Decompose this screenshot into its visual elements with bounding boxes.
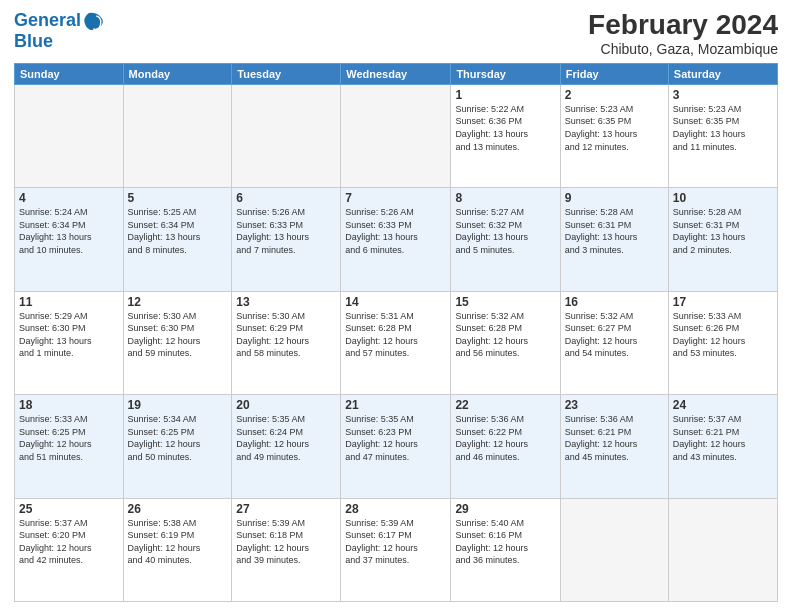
table-row: 18Sunrise: 5:33 AM Sunset: 6:25 PM Dayli… xyxy=(15,395,124,498)
day-number: 6 xyxy=(236,191,336,205)
main-title: February 2024 xyxy=(588,10,778,41)
table-row: 6Sunrise: 5:26 AM Sunset: 6:33 PM Daylig… xyxy=(232,188,341,291)
day-number: 22 xyxy=(455,398,555,412)
day-info: Sunrise: 5:37 AM Sunset: 6:21 PM Dayligh… xyxy=(673,413,773,463)
day-number: 8 xyxy=(455,191,555,205)
table-row: 9Sunrise: 5:28 AM Sunset: 6:31 PM Daylig… xyxy=(560,188,668,291)
table-row: 22Sunrise: 5:36 AM Sunset: 6:22 PM Dayli… xyxy=(451,395,560,498)
table-row: 16Sunrise: 5:32 AM Sunset: 6:27 PM Dayli… xyxy=(560,291,668,394)
day-info: Sunrise: 5:27 AM Sunset: 6:32 PM Dayligh… xyxy=(455,206,555,256)
day-info: Sunrise: 5:39 AM Sunset: 6:18 PM Dayligh… xyxy=(236,517,336,567)
day-info: Sunrise: 5:35 AM Sunset: 6:23 PM Dayligh… xyxy=(345,413,446,463)
table-row: 25Sunrise: 5:37 AM Sunset: 6:20 PM Dayli… xyxy=(15,498,124,601)
day-info: Sunrise: 5:37 AM Sunset: 6:20 PM Dayligh… xyxy=(19,517,119,567)
day-number: 19 xyxy=(128,398,228,412)
calendar-row: 4Sunrise: 5:24 AM Sunset: 6:34 PM Daylig… xyxy=(15,188,778,291)
col-saturday: Saturday xyxy=(668,63,777,84)
calendar-row: 18Sunrise: 5:33 AM Sunset: 6:25 PM Dayli… xyxy=(15,395,778,498)
day-number: 7 xyxy=(345,191,446,205)
table-row xyxy=(123,84,232,187)
day-number: 5 xyxy=(128,191,228,205)
table-row: 5Sunrise: 5:25 AM Sunset: 6:34 PM Daylig… xyxy=(123,188,232,291)
day-info: Sunrise: 5:23 AM Sunset: 6:35 PM Dayligh… xyxy=(565,103,664,153)
day-info: Sunrise: 5:28 AM Sunset: 6:31 PM Dayligh… xyxy=(673,206,773,256)
table-row: 21Sunrise: 5:35 AM Sunset: 6:23 PM Dayli… xyxy=(341,395,451,498)
day-info: Sunrise: 5:40 AM Sunset: 6:16 PM Dayligh… xyxy=(455,517,555,567)
table-row: 8Sunrise: 5:27 AM Sunset: 6:32 PM Daylig… xyxy=(451,188,560,291)
col-wednesday: Wednesday xyxy=(341,63,451,84)
day-number: 13 xyxy=(236,295,336,309)
header: General Blue February 2024 Chibuto, Gaza… xyxy=(14,10,778,57)
logo: General Blue xyxy=(14,10,105,52)
day-number: 28 xyxy=(345,502,446,516)
day-number: 27 xyxy=(236,502,336,516)
day-info: Sunrise: 5:26 AM Sunset: 6:33 PM Dayligh… xyxy=(236,206,336,256)
day-info: Sunrise: 5:31 AM Sunset: 6:28 PM Dayligh… xyxy=(345,310,446,360)
table-row xyxy=(15,84,124,187)
col-friday: Friday xyxy=(560,63,668,84)
table-row xyxy=(232,84,341,187)
table-row xyxy=(560,498,668,601)
logo-text: General xyxy=(14,11,81,31)
day-number: 17 xyxy=(673,295,773,309)
table-row: 14Sunrise: 5:31 AM Sunset: 6:28 PM Dayli… xyxy=(341,291,451,394)
table-row: 1Sunrise: 5:22 AM Sunset: 6:36 PM Daylig… xyxy=(451,84,560,187)
page: General Blue February 2024 Chibuto, Gaza… xyxy=(0,0,792,612)
day-info: Sunrise: 5:36 AM Sunset: 6:22 PM Dayligh… xyxy=(455,413,555,463)
day-number: 21 xyxy=(345,398,446,412)
day-info: Sunrise: 5:26 AM Sunset: 6:33 PM Dayligh… xyxy=(345,206,446,256)
table-row: 17Sunrise: 5:33 AM Sunset: 6:26 PM Dayli… xyxy=(668,291,777,394)
day-number: 2 xyxy=(565,88,664,102)
day-info: Sunrise: 5:23 AM Sunset: 6:35 PM Dayligh… xyxy=(673,103,773,153)
day-info: Sunrise: 5:35 AM Sunset: 6:24 PM Dayligh… xyxy=(236,413,336,463)
day-number: 11 xyxy=(19,295,119,309)
table-row: 13Sunrise: 5:30 AM Sunset: 6:29 PM Dayli… xyxy=(232,291,341,394)
day-info: Sunrise: 5:28 AM Sunset: 6:31 PM Dayligh… xyxy=(565,206,664,256)
day-info: Sunrise: 5:33 AM Sunset: 6:25 PM Dayligh… xyxy=(19,413,119,463)
header-row: Sunday Monday Tuesday Wednesday Thursday… xyxy=(15,63,778,84)
table-row: 28Sunrise: 5:39 AM Sunset: 6:17 PM Dayli… xyxy=(341,498,451,601)
day-number: 3 xyxy=(673,88,773,102)
day-info: Sunrise: 5:32 AM Sunset: 6:28 PM Dayligh… xyxy=(455,310,555,360)
day-number: 12 xyxy=(128,295,228,309)
day-info: Sunrise: 5:24 AM Sunset: 6:34 PM Dayligh… xyxy=(19,206,119,256)
day-number: 26 xyxy=(128,502,228,516)
table-row xyxy=(668,498,777,601)
table-row: 29Sunrise: 5:40 AM Sunset: 6:16 PM Dayli… xyxy=(451,498,560,601)
table-row: 11Sunrise: 5:29 AM Sunset: 6:30 PM Dayli… xyxy=(15,291,124,394)
day-info: Sunrise: 5:36 AM Sunset: 6:21 PM Dayligh… xyxy=(565,413,664,463)
calendar-row: 11Sunrise: 5:29 AM Sunset: 6:30 PM Dayli… xyxy=(15,291,778,394)
col-sunday: Sunday xyxy=(15,63,124,84)
day-info: Sunrise: 5:29 AM Sunset: 6:30 PM Dayligh… xyxy=(19,310,119,360)
day-info: Sunrise: 5:33 AM Sunset: 6:26 PM Dayligh… xyxy=(673,310,773,360)
table-row xyxy=(341,84,451,187)
table-row: 3Sunrise: 5:23 AM Sunset: 6:35 PM Daylig… xyxy=(668,84,777,187)
title-block: February 2024 Chibuto, Gaza, Mozambique xyxy=(588,10,778,57)
day-number: 4 xyxy=(19,191,119,205)
table-row: 26Sunrise: 5:38 AM Sunset: 6:19 PM Dayli… xyxy=(123,498,232,601)
day-number: 25 xyxy=(19,502,119,516)
day-number: 29 xyxy=(455,502,555,516)
day-number: 1 xyxy=(455,88,555,102)
day-info: Sunrise: 5:30 AM Sunset: 6:30 PM Dayligh… xyxy=(128,310,228,360)
day-number: 18 xyxy=(19,398,119,412)
col-tuesday: Tuesday xyxy=(232,63,341,84)
day-info: Sunrise: 5:39 AM Sunset: 6:17 PM Dayligh… xyxy=(345,517,446,567)
day-number: 15 xyxy=(455,295,555,309)
table-row: 27Sunrise: 5:39 AM Sunset: 6:18 PM Dayli… xyxy=(232,498,341,601)
calendar-row: 1Sunrise: 5:22 AM Sunset: 6:36 PM Daylig… xyxy=(15,84,778,187)
day-number: 16 xyxy=(565,295,664,309)
table-row: 20Sunrise: 5:35 AM Sunset: 6:24 PM Dayli… xyxy=(232,395,341,498)
day-info: Sunrise: 5:25 AM Sunset: 6:34 PM Dayligh… xyxy=(128,206,228,256)
day-info: Sunrise: 5:38 AM Sunset: 6:19 PM Dayligh… xyxy=(128,517,228,567)
sub-title: Chibuto, Gaza, Mozambique xyxy=(588,41,778,57)
day-info: Sunrise: 5:22 AM Sunset: 6:36 PM Dayligh… xyxy=(455,103,555,153)
calendar-row: 25Sunrise: 5:37 AM Sunset: 6:20 PM Dayli… xyxy=(15,498,778,601)
table-row: 2Sunrise: 5:23 AM Sunset: 6:35 PM Daylig… xyxy=(560,84,668,187)
table-row: 15Sunrise: 5:32 AM Sunset: 6:28 PM Dayli… xyxy=(451,291,560,394)
col-monday: Monday xyxy=(123,63,232,84)
day-number: 23 xyxy=(565,398,664,412)
day-number: 14 xyxy=(345,295,446,309)
day-number: 10 xyxy=(673,191,773,205)
table-row: 23Sunrise: 5:36 AM Sunset: 6:21 PM Dayli… xyxy=(560,395,668,498)
